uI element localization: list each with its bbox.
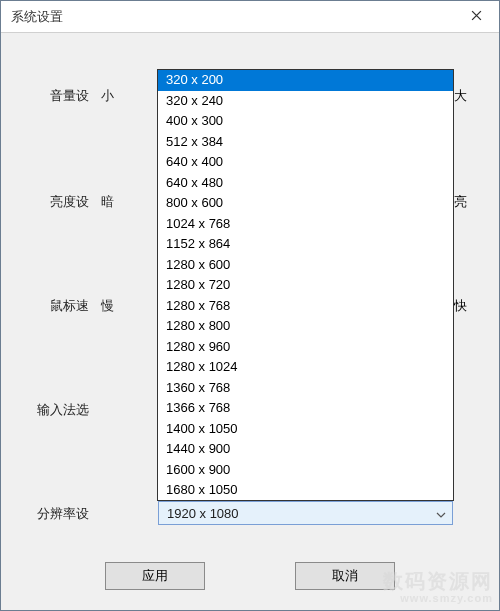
resolution-option[interactable]: 1400 x 1050 (158, 419, 453, 440)
window-title: 系统设置 (11, 8, 63, 26)
volume-label: 音量设 (1, 87, 89, 105)
resolution-option[interactable]: 320 x 200 (158, 70, 453, 91)
client-area: 音量设 小 大 亮度设 暗 亮 鼠标速 慢 快 输入法选 分辨率设 1920 x… (1, 33, 499, 610)
resolution-option[interactable]: 1280 x 768 (158, 296, 453, 317)
brightness-label: 亮度设 (1, 193, 89, 211)
resolution-option[interactable]: 1280 x 600 (158, 255, 453, 276)
resolution-option[interactable]: 512 x 384 (158, 132, 453, 153)
close-button[interactable] (453, 1, 499, 33)
resolution-option[interactable]: 1280 x 1024 (158, 357, 453, 378)
resolution-option[interactable]: 1600 x 900 (158, 460, 453, 481)
chevron-down-icon (436, 506, 446, 521)
resolution-combo[interactable]: 1920 x 1080 (158, 501, 453, 525)
close-icon (471, 9, 482, 24)
resolution-option[interactable]: 1360 x 768 (158, 378, 453, 399)
resolution-option[interactable]: 1280 x 960 (158, 337, 453, 358)
resolution-option[interactable]: 1920 x 1080 (158, 501, 453, 502)
resolution-option[interactable]: 640 x 480 (158, 173, 453, 194)
resolution-option[interactable]: 1366 x 768 (158, 398, 453, 419)
watermark-url: www.smzy.com (383, 592, 493, 604)
resolution-label: 分辨率设 (1, 505, 89, 523)
resolution-option[interactable]: 1152 x 864 (158, 234, 453, 255)
resolution-option[interactable]: 320 x 240 (158, 91, 453, 112)
titlebar: 系统设置 (1, 1, 499, 33)
resolution-combo-value: 1920 x 1080 (167, 506, 239, 521)
resolution-dropdown-list[interactable]: 320 x 200320 x 240400 x 300512 x 384640 … (157, 69, 454, 501)
brightness-min-label: 暗 (89, 193, 125, 211)
cancel-button[interactable]: 取消 (295, 562, 395, 590)
settings-window: 系统设置 音量设 小 大 亮度设 暗 亮 鼠标速 慢 快 输入法选 分辨率设 (0, 0, 500, 611)
resolution-option[interactable]: 640 x 400 (158, 152, 453, 173)
resolution-option[interactable]: 1680 x 1050 (158, 480, 453, 501)
apply-button[interactable]: 应用 (105, 562, 205, 590)
resolution-option[interactable]: 1440 x 900 (158, 439, 453, 460)
resolution-option[interactable]: 1280 x 800 (158, 316, 453, 337)
resolution-option[interactable]: 1280 x 720 (158, 275, 453, 296)
mouse-label: 鼠标速 (1, 297, 89, 315)
resolution-option[interactable]: 400 x 300 (158, 111, 453, 132)
mouse-min-label: 慢 (89, 297, 125, 315)
resolution-option[interactable]: 800 x 600 (158, 193, 453, 214)
button-row: 应用 取消 (1, 562, 499, 590)
resolution-option[interactable]: 1024 x 768 (158, 214, 453, 235)
volume-min-label: 小 (89, 87, 125, 105)
ime-label: 输入法选 (1, 401, 89, 419)
